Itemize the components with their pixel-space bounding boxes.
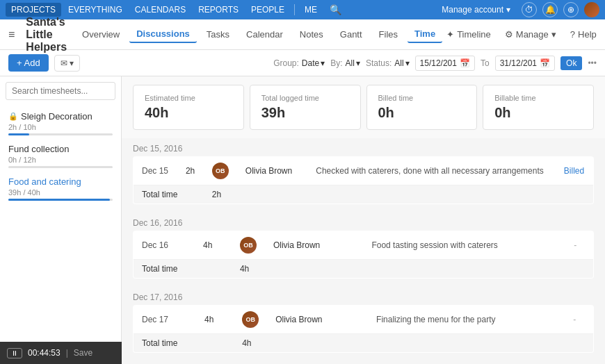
time-content: Estimated time 40h Total logged time 39h…: [122, 76, 605, 363]
mail-chevron-icon: ▾: [70, 58, 74, 68]
manage-button[interactable]: ⚙ Manage ▾: [501, 26, 560, 42]
date-to-input[interactable]: 31/12/201 📅: [495, 56, 555, 71]
tab-calendar[interactable]: Calendar: [239, 26, 290, 42]
more-options-icon[interactable]: •••: [588, 58, 597, 68]
entry-avatar-cell: OB: [204, 157, 237, 185]
nav-calendars[interactable]: CALENDARS: [129, 3, 191, 17]
sidebar-item-food-time: 39h / 40h: [8, 188, 113, 197]
pause-button[interactable]: ⏸: [7, 348, 22, 358]
mail-icon: ✉: [60, 58, 67, 68]
total-label: Total time: [134, 185, 204, 204]
manage-chevron-icon: ▾: [551, 29, 556, 40]
help-button[interactable]: ? Help: [566, 26, 601, 42]
group-chevron-icon: ▾: [321, 58, 325, 68]
entry-date: Dec 15: [134, 157, 177, 185]
save-button[interactable]: Save: [74, 348, 92, 358]
tab-time[interactable]: Time: [408, 26, 442, 43]
timeline-label: Timeline: [457, 29, 491, 40]
sidebar-item-sleigh-name: Sleigh Decoration: [21, 111, 92, 122]
group-value[interactable]: Date ▾: [302, 58, 325, 68]
sidebar-item-food-name: Food and catering: [8, 176, 81, 187]
lock-icon: 🔒: [8, 112, 18, 121]
total-row: Total time 4h: [134, 334, 594, 353]
tab-discussions[interactable]: Discussions: [129, 26, 197, 43]
user-avatar[interactable]: [584, 2, 599, 17]
project-title: Santa's Little Helpers: [26, 16, 67, 53]
settings-icon: ⚙: [505, 29, 513, 40]
tab-overview[interactable]: Overview: [75, 26, 127, 42]
total-value: 4h: [232, 260, 594, 279]
sidebar-item-fund[interactable]: Fund collection 0h / 12h: [6, 140, 115, 172]
entry-status: -: [565, 231, 593, 260]
ok-button[interactable]: Ok: [560, 56, 582, 70]
tab-files[interactable]: Files: [372, 26, 405, 42]
sidebar-item-fund-name: Fund collection: [8, 144, 69, 154]
sidebar-item-sleigh-progress: [8, 133, 113, 135]
date-header-dec15: Dec 15, 2016: [133, 138, 594, 156]
total-value: 4h: [234, 334, 593, 353]
hamburger-menu[interactable]: ≡: [8, 28, 15, 41]
project-tabs: Overview Discussions Tasks Calendar Note…: [75, 26, 442, 43]
entry-date: Dec 17: [134, 306, 197, 334]
timeline-button[interactable]: ✦ Timeline: [442, 26, 495, 42]
nav-projects[interactable]: PROJECTS: [6, 3, 61, 17]
nav-reports[interactable]: REPORTS: [193, 3, 244, 17]
stat-total-logged-label: Total logged time: [261, 94, 349, 102]
entry-status: -: [565, 306, 593, 334]
mail-button[interactable]: ✉ ▾: [54, 55, 80, 72]
project-navigation: ≡ Santa's Little Helpers Overview Discus…: [0, 19, 605, 50]
total-row: Total time 2h: [134, 185, 594, 204]
stat-total-logged-value: 39h: [261, 105, 349, 121]
stat-billable-label: Billable time: [494, 94, 582, 102]
calendar-to-icon: 📅: [540, 58, 550, 68]
stat-billable: Billable time 0h: [483, 85, 594, 130]
tab-notes[interactable]: Notes: [293, 26, 330, 42]
sidebar-item-food-progress: [8, 199, 113, 201]
total-value: 2h: [204, 185, 594, 204]
nav-people[interactable]: PEOPLE: [245, 3, 290, 17]
date-from-input[interactable]: 15/12/201 📅: [415, 56, 475, 71]
entry-hours: 4h: [195, 231, 232, 260]
search-timesheets-input[interactable]: [6, 82, 115, 100]
entry-description: Food tasting session with caterers: [363, 231, 565, 260]
by-value[interactable]: All ▾: [346, 58, 360, 68]
total-row: Total time 4h: [134, 260, 594, 279]
table-row: Dec 15 2h OB Olivia Brown Checked with c…: [134, 157, 594, 185]
date-group-dec15: Dec 15, 2016 Dec 15 2h OB Olivia Brown C…: [133, 138, 594, 204]
sidebar-item-food[interactable]: Food and catering 39h / 40h: [6, 172, 115, 205]
tab-gantt[interactable]: Gantt: [333, 26, 369, 42]
date-to-label: To: [481, 58, 490, 68]
nav-me[interactable]: ME: [299, 3, 323, 17]
time-toolbar: + Add ✉ ▾ Group: Date ▾ By: All ▾ Status…: [0, 50, 605, 76]
entry-avatar-cell: OB: [232, 231, 265, 260]
toolbar-right: Group: Date ▾ By: All ▾ Status: All ▾ 15…: [273, 56, 597, 71]
table-row: Dec 16 4h OB Olivia Brown Food tasting s…: [134, 231, 594, 260]
entry-description: Checked with caterers, done with all nec…: [307, 157, 556, 185]
status-chevron-icon: ▾: [405, 58, 410, 68]
bell-icon[interactable]: 🔔: [542, 2, 558, 17]
progress-fill: [8, 133, 29, 135]
nav-everything[interactable]: EVERYTHING: [63, 3, 128, 17]
stat-billed-label: Billed time: [378, 94, 466, 102]
entry-date: Dec 16: [134, 231, 195, 260]
status-value[interactable]: All ▾: [394, 58, 409, 68]
sidebar-item-fund-time: 0h / 12h: [8, 156, 113, 164]
second-nav-left: ≡ Santa's Little Helpers Overview Discus…: [8, 16, 442, 53]
plus-circle-icon[interactable]: ⊕: [563, 2, 579, 17]
entry-table-dec16: Dec 16 4h OB Olivia Brown Food tasting s…: [133, 231, 594, 279]
timer-separator: |: [66, 348, 68, 358]
avatar: OB: [240, 237, 257, 254]
sidebar-item-sleigh[interactable]: 🔒 Sleigh Decoration 2h / 10h: [6, 107, 115, 140]
add-button[interactable]: + Add: [8, 54, 49, 72]
clock-icon[interactable]: ⏱: [522, 2, 537, 17]
help-label: Help: [578, 29, 597, 40]
manage-account-button[interactable]: Manage account ▾: [436, 3, 516, 17]
status-label: Status:: [366, 58, 392, 68]
help-icon: ?: [570, 29, 575, 40]
tab-tasks[interactable]: Tasks: [200, 26, 236, 42]
entry-person: Olivia Brown: [267, 306, 368, 334]
entry-hours: 4h: [196, 306, 234, 334]
sidebar: 🔒 Sleigh Decoration 2h / 10h Fund collec…: [0, 76, 122, 363]
sidebar-item-sleigh-time: 2h / 10h: [8, 123, 113, 131]
status-filter: Status: All ▾: [366, 58, 410, 68]
